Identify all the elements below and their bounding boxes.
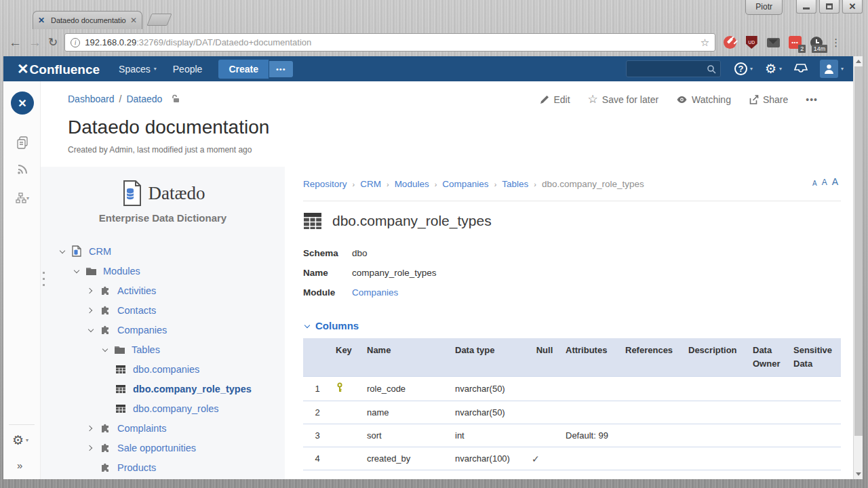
table-row-partial bbox=[303, 470, 841, 479]
url-text[interactable]: 192.168.0.29:32769/display/DAT/Dataedo+d… bbox=[85, 37, 696, 47]
font-large-button[interactable]: A bbox=[832, 176, 838, 187]
chevron-down-icon[interactable] bbox=[58, 247, 66, 256]
space-tools-button[interactable]: ⚙▾ bbox=[12, 432, 28, 448]
extension-mail-button[interactable] bbox=[766, 35, 781, 50]
help-menu-button[interactable]: ?▾ bbox=[734, 62, 753, 75]
puzzle-icon bbox=[100, 305, 112, 316]
bookmark-star-icon[interactable]: ☆ bbox=[701, 37, 709, 49]
shield-icon: UD bbox=[746, 36, 757, 49]
browser-tab[interactable]: ✕ Dataedo documentation ✕ bbox=[33, 11, 142, 29]
address-bar[interactable]: i 192.168.0.29:32769/display/DAT/Dataedo… bbox=[64, 33, 715, 52]
edit-button[interactable]: Edit bbox=[540, 94, 570, 105]
tree-item-complaints[interactable]: Complaints bbox=[41, 418, 285, 438]
breadcrumb-space[interactable]: Dataedo bbox=[126, 94, 162, 104]
browser-profile-button[interactable]: Piotr bbox=[745, 0, 783, 15]
font-small-button[interactable]: A bbox=[812, 180, 817, 187]
column-data-type: nvarchar(50) bbox=[451, 401, 528, 424]
nav-spaces[interactable]: Spaces▾ bbox=[119, 64, 157, 75]
pages-button[interactable] bbox=[14, 134, 31, 150]
tab-close-icon[interactable]: ✕ bbox=[130, 16, 137, 25]
extension-dots-button[interactable]: ••• 2 bbox=[787, 35, 802, 50]
font-medium-button[interactable]: A bbox=[822, 178, 827, 187]
tree-item-dbo-company-role-types[interactable]: dbo.company_role_types bbox=[41, 379, 285, 399]
page-scrollbar[interactable] bbox=[853, 56, 863, 479]
confluence-logo[interactable]: ✕ Confluence bbox=[17, 61, 100, 77]
col-header-data-type: Data type bbox=[451, 338, 528, 377]
doc-breadcrumb: Repository› CRM› Modules› Companies› Tab… bbox=[303, 179, 841, 189]
chevron-right-icon[interactable] bbox=[87, 444, 95, 452]
search-box[interactable] bbox=[626, 60, 721, 77]
dataedo-sidebar: Datædo Enterprise Data Dictionary CRM Mo… bbox=[41, 167, 285, 479]
watching-button[interactable]: Watching bbox=[676, 94, 731, 105]
doc-crumb-crm[interactable]: CRM bbox=[360, 179, 381, 189]
reload-button[interactable]: ↻ bbox=[48, 35, 58, 49]
scrollbar-thumb[interactable] bbox=[854, 66, 863, 436]
extension-plugin-button[interactable] bbox=[722, 35, 737, 50]
browser-toolbar: ← → ↻ i 192.168.0.29:32769/display/DAT/D… bbox=[3, 28, 853, 56]
chevron-right-icon[interactable] bbox=[87, 424, 95, 432]
chevron-right-icon[interactable] bbox=[87, 306, 95, 314]
scroll-up-button[interactable] bbox=[854, 56, 863, 66]
page-actions: Edit ☆ Save for later Watching Share ••• bbox=[540, 92, 818, 106]
folder-icon bbox=[85, 266, 98, 277]
forward-button[interactable]: → bbox=[28, 36, 41, 49]
dataedo-doc-icon bbox=[121, 180, 142, 206]
tree-item-tables[interactable]: Tables bbox=[41, 340, 285, 359]
doc-crumb-modules[interactable]: Modules bbox=[395, 179, 429, 189]
columns-section-toggle[interactable]: Columns bbox=[303, 320, 841, 331]
back-button[interactable]: ← bbox=[9, 36, 22, 49]
tree-item-sale-opportunities[interactable]: Sale opportunities bbox=[41, 438, 285, 458]
chevron-down-icon: ▾ bbox=[841, 66, 844, 72]
scroll-down-button[interactable] bbox=[854, 469, 863, 479]
sidebar-resize-handle[interactable] bbox=[43, 272, 45, 286]
navigation-tree: CRM Modules Activities Contacts Companie bbox=[41, 241, 285, 479]
share-button[interactable]: Share bbox=[749, 94, 788, 105]
col-header-num bbox=[303, 338, 332, 377]
tree-item-modules[interactable]: Modules bbox=[41, 261, 285, 281]
chevron-down-icon[interactable] bbox=[87, 326, 95, 334]
unlock-icon[interactable] bbox=[171, 94, 180, 104]
tree-item-dbo-companies[interactable]: dbo.companies bbox=[41, 359, 285, 379]
doc-crumb-repository[interactable]: Repository bbox=[303, 179, 347, 189]
maximize-button[interactable] bbox=[819, 0, 840, 14]
extension-timer-button[interactable]: 14m bbox=[809, 35, 824, 50]
expand-sidebar-button[interactable]: » bbox=[17, 460, 22, 471]
space-shortcuts-button[interactable]: ▾ bbox=[14, 190, 31, 206]
admin-menu-button[interactable]: ⚙▾ bbox=[765, 62, 782, 75]
schema-label: Schema bbox=[303, 248, 352, 258]
module-link[interactable]: Companies bbox=[352, 287, 398, 298]
tree-item-contacts[interactable]: Contacts bbox=[41, 300, 285, 320]
browser-menu-button[interactable]: ⋮ bbox=[831, 41, 840, 45]
extension-ublock-button[interactable]: UD bbox=[744, 35, 759, 50]
tree-item-companies[interactable]: Companies bbox=[41, 320, 285, 340]
doc-crumb-companies[interactable]: Companies bbox=[442, 179, 488, 189]
close-button[interactable]: ✕ bbox=[842, 0, 863, 14]
notifications-button[interactable] bbox=[794, 64, 808, 74]
tree-item-users[interactable]: Users bbox=[41, 477, 285, 479]
chevron-right-icon[interactable] bbox=[87, 287, 95, 295]
new-tab-button[interactable] bbox=[146, 14, 172, 26]
column-data-type: nvarchar(50) bbox=[451, 377, 528, 401]
doc-crumb-tables[interactable]: Tables bbox=[502, 179, 528, 189]
gear-icon: ⚙ bbox=[765, 62, 776, 75]
chevron-down-icon[interactable] bbox=[73, 267, 81, 275]
create-button[interactable]: Create bbox=[218, 60, 269, 79]
page-more-button[interactable]: ••• bbox=[806, 94, 818, 105]
blog-button[interactable] bbox=[14, 161, 31, 178]
window-controls: Piotr ✕ bbox=[745, 0, 863, 15]
tree-item-activities[interactable]: Activities bbox=[41, 281, 285, 300]
minimize-icon bbox=[803, 7, 810, 9]
user-menu-button[interactable]: ▾ bbox=[820, 60, 844, 78]
nav-people[interactable]: People bbox=[173, 64, 203, 75]
breadcrumb-dashboard[interactable]: Dashboard bbox=[68, 94, 115, 104]
page-title: Dataedo documentation bbox=[68, 117, 837, 138]
site-info-icon[interactable]: i bbox=[71, 38, 80, 47]
tree-item-dbo-company-roles[interactable]: dbo.company_roles bbox=[41, 399, 285, 418]
create-more-button[interactable]: ••• bbox=[269, 61, 293, 77]
save-for-later-button[interactable]: ☆ Save for later bbox=[588, 92, 659, 106]
tree-item-products[interactable]: Products bbox=[41, 458, 285, 477]
minimize-button[interactable] bbox=[796, 0, 816, 14]
space-logo[interactable]: ✕ bbox=[11, 92, 34, 115]
chevron-down-icon[interactable] bbox=[101, 346, 109, 354]
tree-item-crm[interactable]: CRM bbox=[41, 241, 285, 261]
